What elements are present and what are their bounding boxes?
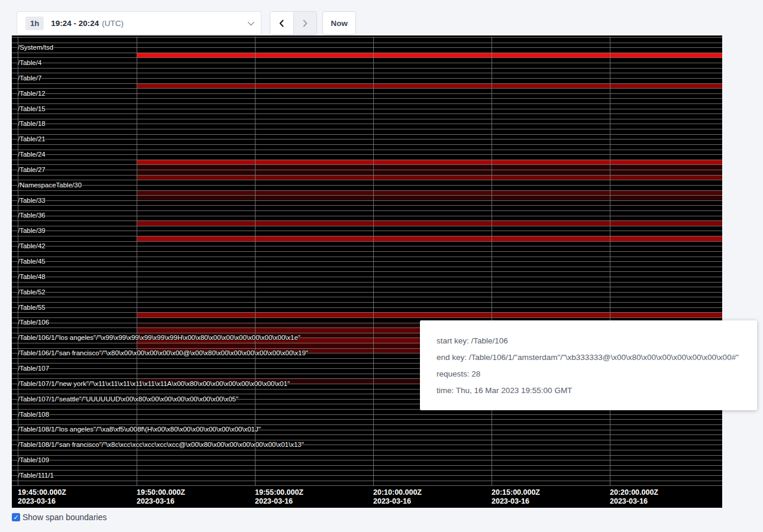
heat-band[interactable] (137, 170, 722, 175)
time-range-select[interactable]: 1h 19:24 - 20:24 (UTC) (17, 11, 261, 35)
heat-band[interactable] (137, 53, 722, 58)
time-gridline (255, 37, 256, 486)
heat-band[interactable] (137, 160, 722, 165)
span-boundary-line (12, 450, 722, 450)
heat-band[interactable] (137, 312, 722, 317)
x-tick-time: 20:10:00.000Z (373, 488, 422, 497)
heat-band[interactable] (137, 195, 722, 200)
time-range-timezone: (UTC) (102, 19, 124, 28)
span-boundary-line (12, 297, 722, 297)
span-boundary-line (12, 470, 722, 471)
span-boundary-line (12, 180, 722, 180)
span-boundary-line (12, 246, 722, 246)
span-label: /Table/107/1/"new york"/"\x11\x11\x11\x1… (18, 380, 290, 387)
chevron-down-icon (248, 19, 254, 25)
time-gridline (492, 37, 492, 486)
span-label: /Table/106/1/"los angeles"/"\x99\x99\x99… (18, 334, 300, 341)
span-boundary-line (12, 78, 722, 79)
time-nav-group (270, 11, 317, 35)
heat-band[interactable] (137, 236, 722, 241)
span-label: /Table/111/1 (18, 472, 54, 479)
span-label: /Table/33 (18, 197, 46, 204)
span-boundary-line (12, 113, 722, 114)
span-label: /Table/108 (18, 411, 49, 418)
heat-band[interactable] (137, 164, 722, 170)
span-boundary-line (12, 455, 722, 456)
span-boundary-line (12, 292, 722, 293)
span-label: /Table/52 (18, 288, 46, 296)
x-tick-time: 19:55:00.000Z (255, 488, 303, 497)
x-axis-tick: 19:45:00.000Z2023-03-16 (18, 488, 66, 506)
span-boundary-line (12, 307, 722, 308)
span-boundary-line (12, 200, 722, 201)
span-label: /Table/108/1/"san francisco"/"\x8c\xcc\x… (18, 441, 304, 448)
next-time-button[interactable] (293, 12, 316, 34)
span-boundary-line (12, 231, 722, 231)
x-tick-date: 2023-03-16 (137, 497, 185, 506)
x-axis-tick: 20:20:00.000Z2023-03-16 (610, 488, 658, 506)
key-visualizer-canvas[interactable]: /System/tsd/Table/4/Table/7/Table/12/Tab… (12, 35, 722, 508)
span-boundary-line (12, 287, 722, 287)
time-range-text: 19:24 - 20:24 (51, 19, 99, 28)
chevron-left-icon (277, 19, 286, 28)
span-boundary-line (12, 37, 722, 38)
time-gridline (137, 37, 137, 486)
heat-band[interactable] (137, 190, 722, 196)
span-boundary-line (12, 460, 722, 460)
span-boundary-line (12, 241, 722, 242)
heat-band[interactable] (137, 83, 722, 89)
span-boundary-line (12, 170, 722, 170)
x-tick-time: 19:45:00.000Z (18, 488, 66, 497)
span-label: /System/tsd (18, 44, 53, 51)
x-tick-date: 2023-03-16 (18, 497, 66, 506)
heat-band[interactable] (137, 220, 722, 226)
span-label: /Table/45 (18, 258, 46, 265)
span-boundary-line (12, 414, 722, 415)
span-boundary-line (12, 267, 722, 267)
span-label: /Table/106 (18, 319, 49, 326)
span-label: /Table/107/1/"seattle"/"UUUUUUD\x00\x80\… (18, 395, 238, 403)
span-boundary-line (12, 475, 722, 476)
span-label: /Table/18 (18, 120, 46, 127)
span-boundary-line (12, 144, 722, 145)
prev-time-button[interactable] (270, 12, 293, 34)
span-boundary-line (12, 109, 722, 109)
span-boundary-line (12, 261, 722, 262)
heat-band[interactable] (137, 175, 722, 180)
span-boundary-line (12, 317, 722, 318)
span-label: /NamespaceTable/30 (18, 181, 82, 189)
span-label: /Table/36 (18, 212, 46, 219)
span-boundary-line (12, 271, 722, 272)
show-span-boundaries-checkbox[interactable]: ✓ (12, 513, 20, 521)
span-boundary-line (12, 134, 722, 135)
toolbar: 1h 19:24 - 20:24 (UTC) Now (0, 0, 763, 35)
tooltip-requests: requests: 28 (437, 369, 745, 378)
span-boundary-line (12, 424, 722, 425)
span-boundary-line (12, 251, 722, 252)
x-tick-date: 2023-03-16 (373, 497, 422, 506)
span-label: /Table/15 (18, 105, 46, 112)
now-button[interactable]: Now (322, 11, 356, 35)
span-boundary-line (12, 154, 722, 155)
span-boundary-line (12, 88, 722, 89)
span-label: /Table/7 (18, 74, 41, 82)
span-label: /Table/106/1/"san francisco"/"\x80\x00\x… (18, 349, 308, 356)
footer: ✓ Show span boundaries (12, 512, 106, 522)
x-axis-tick: 19:50:00.000Z2023-03-16 (137, 488, 185, 506)
span-boundary-line (12, 150, 722, 150)
span-label: /Table/39 (18, 227, 46, 234)
span-label: /Table/48 (18, 273, 46, 280)
span-boundary-line (12, 124, 722, 124)
span-boundary-line (12, 485, 722, 486)
time-gridline (610, 37, 610, 486)
show-span-boundaries-label: Show span boundaries (22, 512, 106, 522)
x-axis-tick: 19:55:00.000Z2023-03-16 (255, 488, 303, 506)
time-range-duration-badge: 1h (25, 17, 44, 30)
span-label: /Table/107 (18, 365, 49, 372)
span-boundary-line (12, 312, 722, 313)
x-axis-tick: 20:10:00.000Z2023-03-16 (373, 488, 422, 506)
span-boundary-line (12, 190, 722, 191)
span-boundary-line (12, 226, 722, 226)
span-boundary-line (12, 205, 722, 206)
span-boundary-line (12, 220, 722, 221)
